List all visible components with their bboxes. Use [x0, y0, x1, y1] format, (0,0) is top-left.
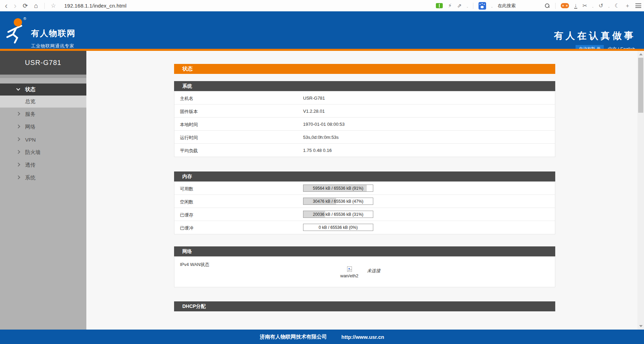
footer-link[interactable]: http://www.usr.cn [341, 334, 384, 340]
table-row: 固件版本 V1.2.28.01 [174, 104, 555, 118]
sidebar-item-services[interactable]: 服务 [0, 108, 86, 120]
table-row: 运行时间 53s,0d:0h:0m:53s [174, 131, 555, 144]
search-input[interactable]: 在此搜索 [498, 3, 516, 9]
page-footer: 济南有人物联网技术有限公司 http://www.usr.cn [0, 330, 644, 344]
wan-interface-label: wan/eth2 [340, 273, 358, 278]
section-header-memory: 内存 [174, 171, 555, 181]
favorite-star-icon[interactable]: ☆ [51, 3, 56, 9]
memory-progress-bar: 59564 kB / 65536 kB (91%) [303, 185, 373, 192]
chevron-right-icon [16, 137, 20, 141]
brand-tagline: 工业物联网通讯专家 [31, 43, 74, 49]
download-icon[interactable]: ↓ [574, 3, 578, 9]
share-icon[interactable]: ⇗ [457, 3, 462, 9]
sidebar-item-network[interactable]: 网络 [0, 121, 86, 133]
toolbar-divider [555, 3, 556, 9]
scroll-up-icon[interactable] [639, 53, 643, 55]
scissors-dropdown-icon[interactable]: ˬ [592, 4, 593, 8]
lightning-icon[interactable]: ⚡ [448, 3, 452, 9]
history-undo-icon[interactable]: ↺ [599, 3, 603, 9]
memory-progress-bar: 20036 kB / 65536 kB (31%) [303, 211, 373, 218]
browser-toolbar: ‹ › ⟳ ⌂ ☆ 192.168.1.1/index_cn.html ⚡ ⇗ … [0, 0, 644, 11]
usr-logo-icon: ® [4, 15, 29, 44]
page: ‹ › ⟳ ⌂ ☆ 192.168.1.1/index_cn.html ⚡ ⇗ … [0, 0, 644, 344]
app-header: ® 有人物联网 工业物联网通讯专家 有人在认真做事 自动刷新 开 中文 | En… [0, 11, 644, 49]
device-name: USR-G781 [0, 51, 86, 75]
table-row: 平均负载 1.75 0.48 0.16 [174, 144, 555, 157]
brand-name: 有人物联网 [31, 28, 76, 39]
section-header-network: 网络 [174, 246, 555, 256]
forward-icon[interactable]: › [14, 2, 17, 10]
footer-company: 济南有人物联网技术有限公司 [260, 334, 327, 340]
scroll-down-icon[interactable] [639, 325, 643, 327]
sidebar-item-firewall[interactable]: 防火墙 [0, 146, 86, 158]
section-header-dhcp: DHCP分配 [174, 301, 555, 311]
search-engine-icon[interactable] [479, 2, 486, 10]
section-header-system: 系统 [174, 81, 555, 91]
undo-dropdown-icon[interactable]: ˬ [608, 4, 609, 8]
new-tab-plus-icon[interactable]: ＋ [625, 3, 630, 9]
chevron-right-icon [16, 163, 20, 166]
browser-menu-icon[interactable] [635, 3, 641, 8]
back-icon[interactable]: ‹ [5, 2, 8, 10]
table-row: 可用数 59564 kB / 65536 kB (91%) [174, 182, 555, 195]
network-status-box: IPv4 WAN状态 wan/eth2 未连接 [174, 256, 555, 287]
sidebar-item-vpn[interactable]: VPN [0, 133, 86, 146]
table-row: 已缓冲 0 kB / 65536 kB (0%) [174, 221, 555, 234]
share-dropdown-icon[interactable]: ˬ [467, 4, 468, 8]
table-row: 已缓存 20036 kB / 65536 kB (31%) [174, 208, 555, 221]
sidebar-item-passthrough[interactable]: 透传 [0, 159, 86, 171]
memory-progress-bar: 0 kB / 65536 kB (0%) [303, 224, 373, 231]
sidebar-item-status[interactable]: 状态 [0, 84, 86, 96]
chevron-right-icon [16, 124, 20, 128]
sidebar-separator [0, 75, 86, 78]
system-table: 主机名 USR-G781 固件版本 V1.2.28.01 本地时间 1970-0… [174, 91, 555, 157]
table-row: 空闲数 30476 kB / 65536 kB (47%) [174, 195, 555, 208]
toolbar-divider [44, 3, 45, 9]
chevron-right-icon [16, 112, 20, 115]
address-bar[interactable]: 192.168.1.1/index_cn.html [64, 3, 127, 9]
home-icon[interactable]: ⌂ [34, 2, 38, 9]
toolbar-divider [473, 3, 473, 9]
scrollbar-thumb[interactable] [638, 58, 643, 113]
page-title: 状态 [174, 64, 555, 74]
search-icon[interactable] [545, 3, 549, 8]
screenshot-scissors-icon[interactable]: ✂ [582, 3, 587, 9]
chevron-right-icon [16, 150, 20, 154]
main-content: 状态 系统 主机名 USR-G781 固件版本 V1.2.28.01 本地时间 … [86, 51, 644, 330]
sidebar: USR-G781 状态 总览 服务 网络 VPN 防火墙 透传 [0, 51, 86, 330]
broken-image-icon [347, 266, 352, 272]
search-engine-dropdown-icon[interactable]: ˬ [491, 4, 492, 8]
memory-progress-bar: 30476 kB / 65536 kB (47%) [303, 198, 373, 205]
header-slogan: 有人在认真做事 [554, 30, 636, 42]
page-scrollbar[interactable] [637, 51, 644, 330]
night-mode-icon[interactable]: ☾ [615, 3, 620, 9]
sidebar-item-overview[interactable]: 总览 [0, 96, 86, 108]
table-row: 主机名 USR-G781 [174, 91, 555, 104]
chevron-right-icon [16, 175, 20, 179]
gamepad-icon[interactable] [561, 3, 569, 8]
sidebar-item-system[interactable]: 系统 [0, 171, 86, 184]
memory-table: 可用数 59564 kB / 65536 kB (91%) 空闲数 30476 … [174, 181, 555, 234]
reading-mode-icon[interactable] [436, 3, 443, 8]
chevron-down-icon [16, 87, 20, 90]
table-row: 本地时间 1970-01-01 08:00:53 [174, 118, 555, 131]
refresh-icon[interactable]: ⟳ [23, 3, 28, 9]
wan-status: 未连接 [367, 268, 380, 274]
svg-text:®: ® [23, 16, 26, 21]
